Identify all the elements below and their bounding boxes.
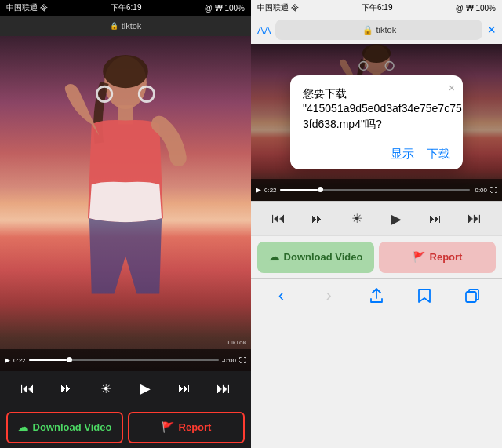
left-report-icon: 🚩: [162, 421, 174, 433]
right-download-label: Download Video: [284, 251, 363, 263]
svg-point-1: [103, 55, 148, 88]
left-carrier: 中国联通 令: [6, 2, 48, 13]
right-bookmarks-btn[interactable]: [409, 280, 440, 311]
right-fullscreen-icon[interactable]: ⛶: [490, 186, 497, 194]
right-dialog-close-btn[interactable]: ×: [449, 82, 455, 94]
right-browser-bar: AA 🔒 tiktok ×: [251, 16, 502, 44]
right-url-text: tiktok: [376, 25, 397, 35]
left-fullscreen-icon[interactable]: ⛶: [239, 356, 246, 364]
right-video-bg: × 您要下载 "415051a9d5e0d3af34e75e7c753fd638…: [251, 44, 502, 201]
right-battery: @ ₩ 100%: [456, 4, 496, 13]
left-time: 下午6:19: [111, 2, 141, 13]
left-action-bar: ☁ Download Video 🚩 Report: [0, 406, 251, 448]
right-progress-dot: [318, 187, 323, 192]
left-report-label: Report: [179, 421, 212, 433]
left-time-current: 0:22: [13, 357, 26, 364]
left-step-fwd-btn[interactable]: ⏭: [172, 376, 197, 401]
svg-rect-10: [466, 292, 476, 302]
left-report-button[interactable]: 🚩 Report: [128, 412, 245, 443]
right-download-button[interactable]: ☁ Download Video: [257, 242, 374, 273]
right-camera-btn[interactable]: ☀: [344, 206, 369, 231]
left-transport-bar: ⏮ ⏭ ☀ ▶ ⏭ ⏭: [0, 371, 251, 406]
right-url-field[interactable]: 🔒 tiktok: [275, 20, 482, 40]
right-action-bar: ☁ Download Video 🚩 Report: [251, 235, 502, 278]
left-step-back-btn[interactable]: ⏭: [54, 376, 79, 401]
left-camera-btn[interactable]: ☀: [93, 376, 118, 401]
left-video-controls: ▶ 0:22 -0:00 ⛶: [0, 349, 251, 371]
right-tabs-btn[interactable]: [457, 280, 488, 311]
right-back-btn[interactable]: ‹: [265, 280, 296, 311]
right-dialog-download-btn[interactable]: 下载: [427, 147, 450, 162]
right-progress-bar[interactable]: [280, 189, 470, 191]
right-step-back-btn[interactable]: ⏭: [305, 206, 330, 231]
right-report-button[interactable]: 🚩 Report: [379, 242, 496, 273]
right-video-area: × 您要下载 "415051a9d5e0d3af34e75e7c753fd638…: [251, 44, 502, 201]
right-time: 下午6:19: [362, 2, 392, 13]
right-video-controls: ▶ 0:22 -0:00 ⛶: [251, 179, 502, 201]
left-battery: @ ₩ 100%: [205, 4, 245, 13]
left-url-bar[interactable]: 🔒 tiktok: [0, 16, 251, 36]
left-url-text: tiktok: [122, 21, 142, 31]
left-tiktok-watermark: TikTok: [227, 339, 246, 346]
right-transport-bar: ⏮ ⏭ ☀ ▶ ⏭ ⏭: [251, 201, 502, 235]
left-play-small-icon[interactable]: ▶: [5, 356, 10, 364]
left-video-person: [38, 53, 213, 354]
right-forward-btn[interactable]: ›: [313, 280, 344, 311]
left-lock-icon: 🔒: [110, 22, 118, 30]
left-panel: 中国联通 令 下午6:19 @ ₩ 100% 🔒 tiktok: [0, 0, 251, 448]
right-dialog-overlay: × 您要下载 "415051a9d5e0d3af34e75e7c753fd638…: [251, 44, 502, 201]
right-skip-back-btn[interactable]: ⏮: [266, 206, 291, 231]
left-video-bg: TikTok: [0, 36, 251, 371]
right-aa-text[interactable]: AA: [257, 24, 271, 36]
right-progress-fill: [280, 189, 318, 191]
left-download-button[interactable]: ☁ Download Video: [6, 412, 123, 443]
right-dialog-show-btn[interactable]: 显示: [391, 147, 414, 162]
right-share-btn[interactable]: [361, 280, 392, 311]
left-progress-dot: [67, 357, 72, 362]
right-status-bar: 中国联通 令 下午6:19 @ ₩ 100%: [251, 0, 502, 16]
right-dialog-title: 您要下载 "415051a9d5e0d3af34e75e7c753fd638.m…: [303, 86, 450, 133]
right-carrier: 中国联通 令: [257, 2, 299, 13]
left-time-total: -0:00: [222, 357, 236, 364]
left-status-bar: 中国联通 令 下午6:19 @ ₩ 100%: [0, 0, 251, 16]
left-play-btn[interactable]: ▶: [133, 376, 158, 401]
right-skip-fwd-btn[interactable]: ⏭: [462, 206, 487, 231]
right-play-btn[interactable]: ▶: [384, 206, 409, 231]
left-skip-fwd-btn[interactable]: ⏭: [211, 376, 236, 401]
right-time-current: 0:22: [264, 187, 277, 194]
right-bottom-nav: ‹ ›: [251, 278, 502, 312]
right-report-label: Report: [430, 251, 463, 263]
left-progress-fill: [29, 359, 67, 361]
left-download-label: Download Video: [33, 421, 112, 433]
right-dialog-box: × 您要下载 "415051a9d5e0d3af34e75e7c753fd638…: [290, 75, 463, 170]
left-skip-back-btn[interactable]: ⏮: [15, 376, 40, 401]
right-dialog-actions: 显示 下载: [303, 140, 450, 162]
left-video-area: TikTok ▶ 0:22 -0:00 ⛶: [0, 36, 251, 371]
right-step-fwd-btn[interactable]: ⏭: [423, 206, 448, 231]
right-download-icon: ☁: [269, 251, 279, 263]
right-panel: 中国联通 令 下午6:19 @ ₩ 100% AA 🔒 tiktok ×: [251, 0, 502, 448]
right-close-btn[interactable]: ×: [487, 22, 496, 38]
right-play-small-icon[interactable]: ▶: [256, 186, 261, 194]
right-time-total: -0:00: [473, 187, 487, 194]
right-report-icon: 🚩: [413, 251, 425, 263]
left-download-icon: ☁: [18, 421, 28, 433]
left-progress-bar[interactable]: [29, 359, 219, 361]
right-lock-icon: 🔒: [362, 25, 373, 35]
